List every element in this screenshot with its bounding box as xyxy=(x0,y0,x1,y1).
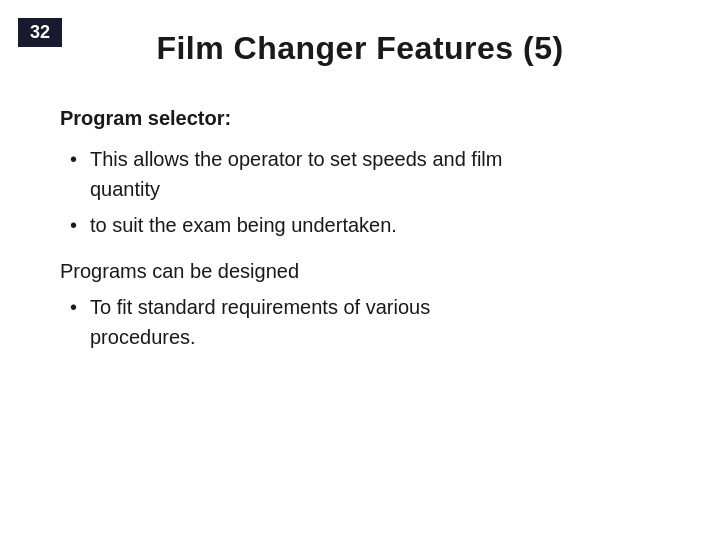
bullet-item-2: • to suit the exam being undertaken. xyxy=(60,210,660,240)
slide-container: 32 Film Changer Features (5) Program sel… xyxy=(0,0,720,540)
bullet-dot-3: • xyxy=(60,292,90,322)
section-heading: Program selector: xyxy=(60,107,660,130)
bullet-text-3-line2: procedures. xyxy=(90,326,196,348)
bullet-dot-2: • xyxy=(60,210,90,240)
bullet-text-1-line2: quantity xyxy=(90,178,160,200)
bullet-text-3-line1: To fit standard requirements of various xyxy=(90,296,430,318)
bullet-dot-1: • xyxy=(60,144,90,174)
programs-label: Programs can be designed xyxy=(60,256,660,286)
bullet-item-3: • To fit standard requirements of variou… xyxy=(60,292,660,352)
slide-number: 32 xyxy=(18,18,62,47)
bullet-list-1: • This allows the operator to set speeds… xyxy=(60,144,660,240)
bullet-text-3: To fit standard requirements of various … xyxy=(90,292,660,352)
bullet-text-1: This allows the operator to set speeds a… xyxy=(90,144,660,204)
slide-title: Film Changer Features (5) xyxy=(40,30,680,67)
bullet-list-2: • To fit standard requirements of variou… xyxy=(60,292,660,352)
bullet-text-1-line1: This allows the operator to set speeds a… xyxy=(90,148,502,170)
content-section: Program selector: • This allows the oper… xyxy=(40,107,680,352)
bullet-item-1: • This allows the operator to set speeds… xyxy=(60,144,660,204)
bullet-text-2: to suit the exam being undertaken. xyxy=(90,210,660,240)
